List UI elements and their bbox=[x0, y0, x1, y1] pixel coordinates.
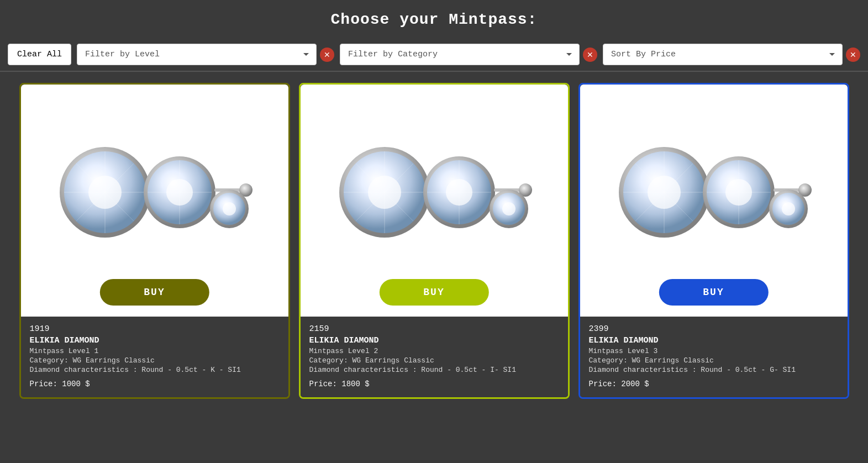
buy-btn-container: BUY bbox=[659, 279, 768, 306]
card-image-area: BUY bbox=[301, 85, 568, 317]
clear-level-button[interactable]: ✕ bbox=[320, 48, 334, 62]
card-brand: ELIKIA DIAMOND bbox=[309, 336, 559, 345]
buy-button[interactable]: BUY bbox=[659, 279, 768, 306]
svg-point-23 bbox=[368, 176, 401, 209]
filter-level-wrapper: Filter by LevelLevel 1Level 2Level 3 ✕ bbox=[77, 44, 334, 65]
card-category: Category: WG Earrings Classic bbox=[30, 356, 280, 365]
filter-category-wrapper: Filter by CategoryWG Earrings ClassicWG … bbox=[340, 44, 597, 65]
card-level: Mintpass Level 2 bbox=[309, 347, 559, 355]
svg-point-16 bbox=[223, 202, 236, 215]
card-info: 2159 ELIKIA DIAMOND Mintpass Level 2 Cat… bbox=[301, 317, 568, 397]
clear-category-button[interactable]: ✕ bbox=[583, 48, 597, 62]
earring-image bbox=[32, 96, 277, 283]
product-card: BUY 2159 ELIKIA DIAMOND Mintpass Level 2… bbox=[299, 83, 570, 399]
cards-container: BUY 1919 ELIKIA DIAMOND Mintpass Level 1… bbox=[0, 77, 868, 410]
page-title: Choose your Mintpass: bbox=[0, 0, 868, 38]
card-level: Mintpass Level 1 bbox=[30, 347, 280, 355]
toolbar: Clear All Filter by LevelLevel 1Level 2L… bbox=[0, 38, 868, 71]
card-diamond: Diamond characteristics : Round - 0.5ct … bbox=[309, 366, 559, 374]
card-price-bottom: Price: 1000 $ bbox=[30, 380, 280, 388]
buy-btn-container: BUY bbox=[99, 279, 209, 306]
filter-level-select[interactable]: Filter by LevelLevel 1Level 2Level 3 bbox=[77, 44, 317, 65]
card-price-bottom: Price: 1800 $ bbox=[309, 380, 559, 388]
card-price-top: 2399 bbox=[589, 324, 839, 334]
sort-price-wrapper: Sort By PricePrice: Low to HighPrice: Hi… bbox=[603, 44, 860, 65]
card-diamond: Diamond characteristics : Round - 0.5ct … bbox=[589, 366, 839, 374]
svg-point-6 bbox=[88, 176, 122, 209]
card-price-top: 1919 bbox=[30, 324, 280, 334]
svg-point-45 bbox=[725, 179, 752, 206]
card-image-area: BUY bbox=[580, 85, 848, 317]
card-category: Category: WG Earrings Classic bbox=[589, 356, 839, 365]
card-category: Category: WG Earrings Classic bbox=[309, 356, 559, 365]
filter-category-select[interactable]: Filter by CategoryWG Earrings ClassicWG … bbox=[340, 44, 580, 65]
earring-image bbox=[312, 96, 557, 283]
card-brand: ELIKIA DIAMOND bbox=[30, 336, 280, 345]
card-image-area: BUY bbox=[21, 85, 288, 317]
product-card: BUY 1919 ELIKIA DIAMOND Mintpass Level 1… bbox=[19, 83, 290, 399]
card-diamond: Diamond characteristics : Round - 0.5ct … bbox=[30, 366, 280, 374]
product-card: BUY 2399 ELIKIA DIAMOND Mintpass Level 3… bbox=[578, 83, 849, 399]
card-brand: ELIKIA DIAMOND bbox=[589, 336, 839, 345]
svg-point-50 bbox=[782, 202, 795, 215]
toolbar-divider bbox=[0, 71, 868, 72]
svg-point-28 bbox=[446, 179, 472, 206]
svg-point-11 bbox=[166, 179, 193, 206]
buy-btn-container: BUY bbox=[379, 279, 488, 306]
buy-button[interactable]: BUY bbox=[379, 279, 488, 306]
card-level: Mintpass Level 3 bbox=[589, 347, 839, 355]
earring-image bbox=[591, 96, 837, 283]
buy-button[interactable]: BUY bbox=[99, 279, 209, 306]
card-price-top: 2159 bbox=[309, 324, 559, 334]
card-info: 2399 ELIKIA DIAMOND Mintpass Level 3 Cat… bbox=[580, 317, 848, 397]
clear-sort-button[interactable]: ✕ bbox=[846, 48, 860, 62]
clear-all-button[interactable]: Clear All bbox=[8, 44, 71, 65]
sort-price-select[interactable]: Sort By PricePrice: Low to HighPrice: Hi… bbox=[603, 44, 843, 65]
card-info: 1919 ELIKIA DIAMOND Mintpass Level 1 Cat… bbox=[21, 317, 288, 397]
svg-point-40 bbox=[648, 176, 681, 209]
card-price-bottom: Price: 2000 $ bbox=[589, 380, 839, 388]
svg-point-33 bbox=[502, 202, 515, 215]
